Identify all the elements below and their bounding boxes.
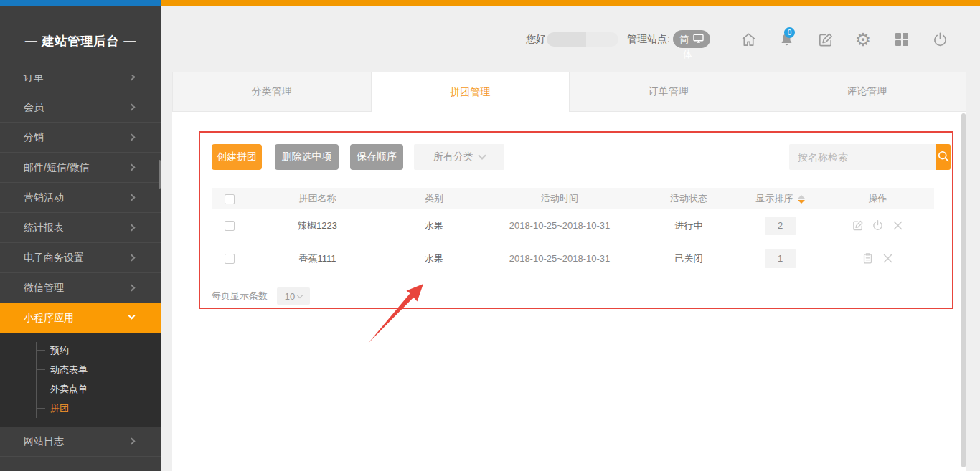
submenu-item-group-buying[interactable]: 拼团 xyxy=(0,399,161,418)
sidebar-item-orders[interactable]: 订单 xyxy=(0,75,161,92)
chevron-right-icon xyxy=(128,75,136,80)
header-time: 活动时间 xyxy=(481,192,639,205)
sidebar-item-distribution[interactable]: 分销 xyxy=(0,123,161,153)
create-group-button[interactable]: 创建拼团 xyxy=(212,144,262,170)
cell-time: 2018-10-25~2018-10-31 xyxy=(481,220,639,231)
close-icon[interactable] xyxy=(882,252,894,265)
chevron-right-icon xyxy=(128,134,136,141)
sort-asc-icon xyxy=(798,195,805,199)
submenu-item-dynamic-forms[interactable]: 动态表单 xyxy=(0,360,161,379)
table-header-row: 拼团名称 类别 活动时间 活动状态 显示排序 操作 xyxy=(212,188,934,209)
header-status: 活动状态 xyxy=(639,192,739,205)
chevron-right-icon xyxy=(128,285,136,292)
page-scrollbar[interactable] xyxy=(961,113,966,467)
monitor-icon xyxy=(693,34,704,45)
category-filter-dropdown[interactable]: 所有分类 xyxy=(414,144,504,170)
chevron-right-icon xyxy=(128,438,136,445)
chevron-down-icon xyxy=(478,151,486,159)
submenu-item-booking[interactable]: 预约 xyxy=(0,341,161,360)
sidebar-item-mail-sms-wechat[interactable]: 邮件/短信/微信 xyxy=(0,153,161,183)
sidebar: — 建站管理后台 — 订单 会员 分销 邮件/短信/微信 营销活动 统计报表 电… xyxy=(0,6,161,471)
cell-status: 进行中 xyxy=(639,219,739,232)
per-page-select[interactable]: 10 xyxy=(277,287,310,305)
display-order-field[interactable]: 2 xyxy=(765,217,796,235)
notification-badge: 0 xyxy=(784,27,795,38)
search-box xyxy=(789,144,933,170)
sidebar-item-marketing[interactable]: 营销活动 xyxy=(0,183,161,213)
search-button[interactable] xyxy=(936,144,951,170)
edit-icon[interactable] xyxy=(852,219,864,232)
header-name: 拼团名称 xyxy=(248,192,387,205)
gear-icon[interactable]: ⚙ xyxy=(854,30,872,49)
header-order: 显示排序 xyxy=(739,192,821,205)
sidebar-item-site-logs[interactable]: 网站日志 xyxy=(0,427,161,457)
cell-name: 辣椒1223 xyxy=(248,219,387,232)
select-all-checkbox[interactable] xyxy=(225,194,235,204)
top-strip-orange xyxy=(161,0,980,6)
magnifier-icon xyxy=(936,149,951,166)
site-language-pill[interactable]: 简 xyxy=(673,30,710,48)
tab-order-management[interactable]: 订单管理 xyxy=(570,72,768,112)
cell-time: 2018-10-25~2018-10-31 xyxy=(481,253,639,264)
cell-status: 已关闭 xyxy=(639,252,739,265)
group-buying-table: 拼团名称 类别 活动时间 活动状态 显示排序 操作 辣椒1223 水果 2018… xyxy=(212,188,934,275)
sidebar-menu: 订单 会员 分销 邮件/短信/微信 营销活动 统计报表 电子商务设置 微信管理 … xyxy=(0,75,161,471)
save-order-button[interactable]: 保存顺序 xyxy=(350,144,403,170)
app-title: — 建站管理后台 — xyxy=(0,33,161,49)
power-icon[interactable] xyxy=(872,219,884,232)
power-icon[interactable] xyxy=(930,30,949,49)
sidebar-item-wechat-management[interactable]: 微信管理 xyxy=(0,273,161,303)
delete-selected-button[interactable]: 删除选中项 xyxy=(275,144,339,170)
display-order-field[interactable]: 1 xyxy=(765,249,796,268)
home-icon[interactable] xyxy=(739,30,758,49)
clipboard-icon[interactable] xyxy=(862,252,874,265)
top-strip-blue xyxy=(0,0,161,6)
table-row: 香蕉1111 水果 2018-10-25~2018-10-31 已关闭 1 xyxy=(212,242,934,275)
chevron-down-icon xyxy=(128,313,136,320)
apps-grid-icon[interactable] xyxy=(892,30,911,49)
chevron-right-icon xyxy=(128,254,136,262)
chevron-right-icon xyxy=(128,224,136,232)
edit-icon[interactable] xyxy=(816,30,834,49)
cell-category: 水果 xyxy=(387,252,481,265)
miniprogram-submenu: 预约 动态表单 外卖点单 拼团 xyxy=(0,333,161,427)
tab-comment-management[interactable]: 评论管理 xyxy=(768,72,966,112)
row-checkbox[interactable] xyxy=(225,221,235,231)
chevron-right-icon xyxy=(128,104,136,111)
username-redacted xyxy=(547,32,618,47)
greeting-text: 您好 xyxy=(526,33,546,46)
cell-name: 香蕉1111 xyxy=(248,252,387,265)
submenu-item-takeout-ordering[interactable]: 外卖点单 xyxy=(0,379,161,399)
sidebar-item-miniprogram-apps[interactable]: 小程序应用 xyxy=(0,303,161,333)
chevron-right-icon xyxy=(128,164,136,171)
chevron-right-icon xyxy=(128,194,136,201)
close-icon[interactable] xyxy=(892,219,904,232)
per-page-label: 每页显示条数 xyxy=(212,290,268,303)
sidebar-item-statistics[interactable]: 统计报表 xyxy=(0,213,161,243)
app-window: — 建站管理后台 — 订单 会员 分销 邮件/短信/微信 营销活动 统计报表 电… xyxy=(0,0,980,471)
sidebar-item-ecommerce-settings[interactable]: 电子商务设置 xyxy=(0,243,161,273)
header-category: 类别 xyxy=(387,192,481,205)
per-page-control: 每页显示条数 10 xyxy=(212,287,310,305)
row-checkbox[interactable] xyxy=(225,254,235,264)
tabbar: 分类管理 拼团管理 订单管理 评论管理 xyxy=(172,72,966,112)
sidebar-scrollbar[interactable] xyxy=(159,160,161,189)
tab-category-management[interactable]: 分类管理 xyxy=(172,72,372,112)
sort-desc-icon xyxy=(798,200,805,204)
search-input[interactable] xyxy=(789,144,936,170)
tab-group-buying-management[interactable]: 拼团管理 xyxy=(372,72,570,112)
cell-category: 水果 xyxy=(387,219,481,232)
manage-site-label: 管理站点: xyxy=(627,33,670,46)
site-language-wrap-text: 体 xyxy=(683,48,692,61)
table-row: 辣椒1223 水果 2018-10-25~2018-10-31 进行中 2 xyxy=(212,209,934,242)
header-actions: 操作 xyxy=(821,192,934,205)
chevron-down-icon xyxy=(297,292,303,298)
sort-toggle[interactable] xyxy=(798,195,805,204)
sidebar-item-members[interactable]: 会员 xyxy=(0,92,161,123)
